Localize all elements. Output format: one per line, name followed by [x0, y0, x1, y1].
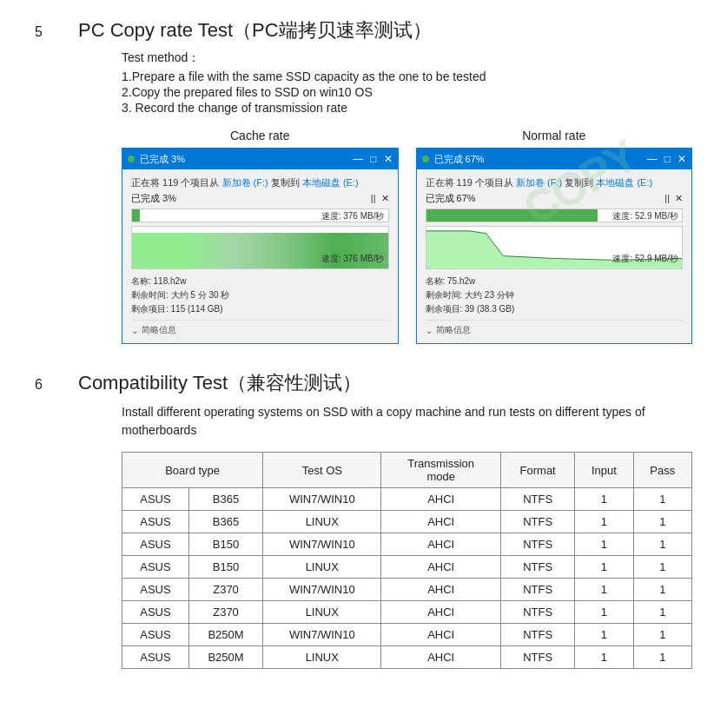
cache-titlebar: 已完成 3% — □ ✕ — [122, 149, 398, 169]
cache-simple-info[interactable]: ⌄ 简略信息 — [131, 320, 389, 336]
cache-copy-info: 正在将 119 个项目从 新加卷 (F:) 复制到 本地磁盘 (E:) — [131, 176, 389, 189]
normal-rate-block: Normal rate 已完成 67% — □ ✕ — [416, 129, 693, 344]
cache-progress-bar: 速度: 376 MB/秒 — [131, 208, 389, 222]
cell-format: NTFS — [500, 579, 574, 601]
compat-desc: Install different operating systems on S… — [122, 403, 692, 440]
cell-pass: 1 — [633, 556, 691, 579]
cell-format: NTFS — [500, 646, 574, 669]
cache-progress-pct: 已完成 3% — [131, 192, 176, 205]
test-step-2: 2.Copy the prepared files to SSD on win1… — [122, 85, 692, 99]
screenshots-row: Cache rate 已完成 3% — □ ✕ — [122, 129, 692, 344]
cell-mode: AHCI — [381, 646, 501, 669]
test-method-label: Test method： — [122, 50, 692, 66]
test-step-3: 3. Record the change of transmission rat… — [122, 101, 692, 115]
table-row: ASUSB365LINUXAHCINTFS11 — [122, 511, 692, 533]
table-row: ASUSB250MLINUXAHCINTFS11 — [122, 646, 692, 669]
cell-os: LINUX — [263, 511, 381, 533]
cache-cancel-btn[interactable]: ✕ — [381, 193, 389, 204]
cell-format: NTFS — [500, 533, 574, 556]
cell-mode: AHCI — [381, 624, 501, 646]
normal-expand-icon: ⌄ — [426, 326, 433, 335]
table-row: ASUSB150LINUXAHCINTFS11 — [122, 556, 692, 579]
cell-board: B250M — [188, 646, 262, 669]
normal-title-text: 已完成 67% — [434, 153, 485, 166]
normal-win-btns: — □ ✕ — [647, 153, 686, 165]
cache-minimize-btn[interactable]: — — [353, 153, 363, 165]
cell-input: 1 — [575, 488, 633, 511]
cell-pass: 1 — [633, 601, 691, 624]
cell-os: LINUX — [263, 556, 381, 579]
table-row: ASUSB150WIN7/WIN10AHCINTFS11 — [122, 533, 692, 556]
cache-win-body: 正在将 119 个项目从 新加卷 (F:) 复制到 本地磁盘 (E:) 已完成 … — [122, 169, 398, 343]
cell-board: Z370 — [188, 579, 262, 601]
th-test-os: Test OS — [263, 453, 381, 488]
th-board-type: Board type — [122, 453, 263, 488]
compat-table: Board type Test OS Transmissionmode Form… — [122, 452, 692, 669]
section5-body: Test method： 1.Prepare a file with the s… — [122, 50, 692, 344]
normal-pause-btn[interactable]: || — [664, 193, 670, 204]
cell-pass: 1 — [633, 579, 691, 601]
table-row: ASUSZ370LINUXAHCINTFS11 — [122, 601, 692, 624]
cell-mode: AHCI — [381, 601, 501, 624]
cell-input: 1 — [575, 579, 633, 601]
table-row: ASUSB250MWIN7/WIN10AHCINTFS11 — [122, 624, 692, 646]
cell-mode: AHCI — [381, 488, 501, 511]
cell-input: 1 — [575, 533, 633, 556]
cache-close-btn[interactable]: ✕ — [384, 153, 393, 165]
cache-restore-btn[interactable]: □ — [370, 153, 376, 165]
cache-progress-row: 已完成 3% || ✕ — [131, 192, 389, 205]
normal-cancel-btn[interactable]: ✕ — [675, 193, 683, 204]
normal-restore-btn[interactable]: □ — [664, 153, 671, 165]
cache-progress-fill — [132, 209, 140, 222]
cache-chart: 速度: 376 MB/秒 — [131, 226, 389, 269]
normal-titlebar: 已完成 67% — □ ✕ — [417, 149, 692, 169]
cell-board: B365 — [188, 488, 262, 511]
cell-os: WIN7/WIN10 — [263, 579, 381, 601]
cell-pass: 1 — [633, 488, 691, 511]
section6-header: 6 Compatibility Test（兼容性测试） — [35, 370, 692, 396]
normal-progress-bar: 速度: 52.9 MB/秒 — [426, 208, 684, 222]
cache-file-info: 名称: 118.h2w 剩余时间: 大约 5 分 30 秒 剩余项目: 115 … — [131, 275, 389, 316]
cache-chart-speed: 速度: 376 MB/秒 — [321, 253, 385, 265]
section5-num: 5 — [35, 24, 52, 40]
cell-os: WIN7/WIN10 — [263, 533, 381, 556]
cell-os: LINUX — [263, 601, 381, 624]
normal-chart: 速度: 52.9 MB/秒 — [426, 226, 684, 269]
cell-brand: ASUS — [122, 624, 189, 646]
cell-mode: AHCI — [381, 511, 501, 533]
table-header-row: Board type Test OS Transmissionmode Form… — [122, 453, 692, 488]
normal-simple-info[interactable]: ⌄ 简略信息 — [426, 320, 684, 336]
normal-status-dot — [422, 156, 429, 162]
normal-win-body: 正在将 119 个项目从 新加卷 (F:) 复制到 本地磁盘 (E:) 已完成 … — [417, 169, 692, 343]
normal-minimize-btn[interactable]: — — [647, 153, 658, 165]
cell-input: 1 — [575, 601, 633, 624]
cell-os: LINUX — [263, 646, 381, 669]
cache-expand-icon: ⌄ — [131, 326, 138, 335]
normal-progress-row: 已完成 67% || ✕ — [426, 192, 684, 205]
cell-brand: ASUS — [122, 488, 189, 511]
cell-brand: ASUS — [122, 646, 189, 669]
cell-mode: AHCI — [381, 579, 501, 601]
normal-close-btn[interactable]: ✕ — [677, 153, 686, 165]
cache-status-dot — [128, 156, 135, 162]
cell-format: NTFS — [500, 601, 574, 624]
cell-input: 1 — [575, 556, 633, 579]
cache-source-link[interactable]: 新加卷 (F:) — [222, 177, 268, 188]
cell-brand: ASUS — [122, 533, 189, 556]
normal-progress-fill — [426, 209, 598, 222]
normal-source-link[interactable]: 新加卷 (F:) — [516, 177, 562, 188]
cache-dest-link[interactable]: 本地磁盘 (E:) — [302, 177, 359, 188]
cache-speed: 速度: 376 MB/秒 — [321, 209, 385, 223]
cache-pause-btn[interactable]: || — [371, 193, 376, 204]
th-input: Input — [575, 453, 633, 488]
cell-board: Z370 — [188, 601, 262, 624]
cell-mode: AHCI — [381, 556, 501, 579]
section6-title: Compatibility Test（兼容性测试） — [78, 370, 361, 396]
normal-progress-pct: 已完成 67% — [426, 192, 476, 205]
normal-speed: 速度: 52.9 MB/秒 — [612, 209, 678, 223]
section6-body: Install different operating systems on S… — [122, 403, 692, 669]
normal-dest-link[interactable]: 本地磁盘 (E:) — [596, 177, 652, 188]
normal-file-info: 名称: 75.h2w 剩余时间: 大约 23 分钟 剩余项目: 39 (38.3… — [426, 275, 684, 316]
cell-board: B365 — [188, 511, 262, 533]
cell-pass: 1 — [633, 646, 691, 669]
